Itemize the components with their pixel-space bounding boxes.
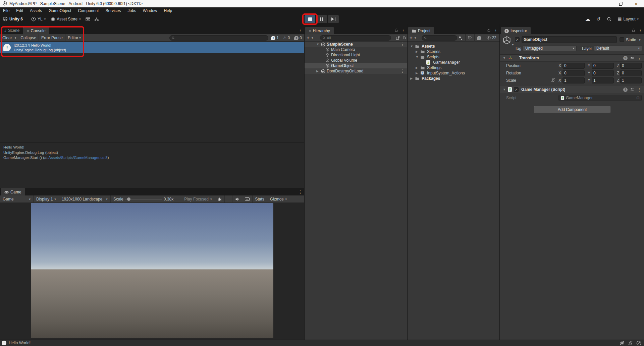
menu-gameobject[interactable]: GameObject bbox=[45, 7, 74, 14]
layer-dropdown[interactable]: Default ▾ bbox=[594, 45, 642, 51]
expander-icon[interactable]: ▼ bbox=[503, 56, 506, 60]
expander-icon[interactable]: ▶ bbox=[410, 77, 413, 80]
scale-slider-knob[interactable] bbox=[127, 197, 130, 201]
mute-audio-button[interactable] bbox=[232, 195, 242, 203]
step-button[interactable] bbox=[328, 15, 339, 23]
minimize-button[interactable] bbox=[598, 0, 613, 7]
project-create-dropdown[interactable]: ▾ bbox=[413, 34, 418, 42]
gizmos-dropdown[interactable]: Gizmos ▾ bbox=[267, 195, 289, 203]
undo-history-button[interactable]: ↺ bbox=[594, 15, 603, 23]
expander-icon[interactable]: ▶ bbox=[416, 66, 418, 69]
lock-icon[interactable] bbox=[632, 28, 635, 32]
hierarchy-row-gameobject[interactable]: GameObject bbox=[305, 63, 407, 68]
sort-icon[interactable] bbox=[402, 36, 406, 40]
tab-inspector[interactable]: ! Inspector bbox=[501, 27, 531, 34]
component-menu-button[interactable]: ⋮ bbox=[637, 87, 642, 92]
project-row-scripts[interactable]: ▼ Scripts bbox=[408, 54, 499, 60]
project-row-assets[interactable]: ▼ Assets bbox=[408, 44, 499, 49]
expander-icon[interactable]: ▼ bbox=[410, 45, 413, 48]
project-row-gamemanager[interactable]: # GameManager bbox=[408, 60, 499, 65]
stacktrace-link[interactable]: Assets/Scripts/GameManager.cs:8 bbox=[48, 156, 107, 160]
rotation-x-input[interactable] bbox=[564, 71, 583, 75]
scene-menu-button[interactable]: ⋮ bbox=[400, 42, 405, 47]
scale-x-input[interactable] bbox=[564, 78, 583, 83]
global-search-button[interactable] bbox=[605, 15, 613, 23]
menu-services[interactable]: Services bbox=[102, 7, 124, 14]
hierarchy-menu-button[interactable]: ⋮ bbox=[401, 28, 406, 33]
cloud-button[interactable]: ☁ bbox=[583, 15, 592, 23]
lock-icon[interactable] bbox=[487, 28, 491, 32]
project-row-inputsystem-actions[interactable]: ▶ InputSystem_Actions bbox=[408, 70, 499, 76]
error-count-toggle[interactable]: ! 0 bbox=[292, 34, 304, 42]
hierarchy-create-button[interactable]: + bbox=[305, 34, 310, 42]
rotation-y-input[interactable] bbox=[593, 71, 612, 75]
game-menu-button[interactable]: ⋮ bbox=[298, 189, 303, 194]
stop-button[interactable] bbox=[305, 15, 315, 23]
close-button[interactable]: × bbox=[629, 0, 644, 7]
onscreen-keyboard-button[interactable] bbox=[242, 195, 253, 203]
expander-icon[interactable]: ▼ bbox=[503, 88, 506, 91]
hierarchy-row-directional-light[interactable]: Directional Light bbox=[305, 52, 407, 58]
project-search-input[interactable] bbox=[428, 36, 455, 40]
menu-window[interactable]: Window bbox=[140, 7, 161, 14]
tab-game[interactable]: Game bbox=[1, 188, 25, 195]
resolution-dropdown[interactable]: 1920x1080 Landscape ▾ bbox=[59, 195, 111, 203]
status-message[interactable]: Hello World! bbox=[9, 341, 31, 345]
frame-debugger-button[interactable] bbox=[215, 195, 225, 203]
display-dropdown[interactable]: Display 1 ▾ bbox=[34, 195, 59, 203]
clear-dropdown[interactable]: ▾ bbox=[13, 34, 18, 42]
error-pause-button[interactable]: Error Pause bbox=[39, 34, 65, 42]
tag-dropdown[interactable]: Untagged ▾ bbox=[523, 45, 577, 51]
tab-scene[interactable]: # Scene bbox=[1, 27, 23, 34]
console-search-input[interactable] bbox=[176, 36, 266, 40]
position-y-input[interactable] bbox=[593, 63, 612, 68]
hidden-log-button[interactable]: ! bbox=[475, 34, 484, 42]
hierarchy-row-samplescene[interactable]: ▼ SampleScene ⋮ bbox=[305, 42, 407, 47]
play-focused-dropdown[interactable]: Play Focused ▾ bbox=[181, 195, 214, 203]
script-component-header[interactable]: ▼ # ✓ Game Manager (Script) ? ⋮ bbox=[500, 86, 644, 93]
rotation-z-input[interactable] bbox=[622, 71, 640, 75]
tab-console[interactable]: ≡ Console bbox=[23, 27, 49, 34]
search-by-label-button[interactable] bbox=[466, 34, 474, 42]
tab-project[interactable]: Project bbox=[408, 27, 434, 34]
layout-dropdown[interactable]: ▦ Layout ▾ bbox=[615, 16, 641, 21]
menu-jobs[interactable]: Jobs bbox=[124, 7, 139, 14]
link-broken-icon[interactable] bbox=[551, 78, 555, 83]
menu-component[interactable]: Component bbox=[74, 7, 102, 14]
gameobject-icon-large[interactable]: ▾ bbox=[502, 36, 511, 46]
scale-y-input[interactable] bbox=[593, 78, 612, 83]
tab-hierarchy[interactable]: ≡ Hierarchy bbox=[305, 27, 334, 34]
account-dropdown[interactable]: YL ▾ bbox=[29, 14, 48, 24]
unity-version-badge[interactable]: Unity 6 bbox=[0, 14, 25, 24]
add-component-button[interactable]: Add Component bbox=[534, 106, 610, 113]
asset-store-dropdown[interactable]: Asset Store ▾ bbox=[48, 14, 84, 24]
pick-object-icon[interactable] bbox=[396, 36, 400, 40]
lock-icon[interactable] bbox=[394, 28, 398, 32]
hierarchy-row-dontdestroyonload[interactable]: ▶ DontDestroyOnLoad ⋮ bbox=[305, 68, 407, 74]
project-row-scenes[interactable]: ▶ Scenes bbox=[408, 49, 499, 54]
component-menu-button[interactable]: ⋮ bbox=[637, 56, 642, 61]
hierarchy-row-main-camera[interactable]: Main Camera bbox=[305, 47, 407, 52]
scale-z-input[interactable] bbox=[622, 78, 640, 83]
progress-check-icon[interactable] bbox=[636, 341, 641, 346]
menu-assets[interactable]: Assets bbox=[26, 7, 45, 14]
game-view-dropdown[interactable]: Game ▾ bbox=[0, 195, 34, 203]
expander-icon[interactable]: ▶ bbox=[416, 71, 418, 75]
stats-button[interactable]: Stats bbox=[253, 195, 267, 203]
console-menu-button[interactable]: ⋮ bbox=[298, 28, 303, 33]
clear-button[interactable]: Clear bbox=[0, 34, 13, 42]
presets-icon[interactable] bbox=[630, 56, 634, 60]
script-object-field[interactable]: # GameManager ⊙ bbox=[558, 95, 642, 101]
info-count-toggle[interactable]: ! 1 bbox=[269, 34, 281, 42]
restore-button[interactable] bbox=[613, 0, 629, 7]
project-row-settings[interactable]: ▶ Settings bbox=[408, 65, 499, 70]
gameobject-name-input[interactable] bbox=[524, 37, 615, 42]
static-dropdown[interactable]: ▾ bbox=[639, 38, 641, 42]
project-menu-button[interactable]: ⋮ bbox=[493, 28, 498, 33]
scale-slider[interactable] bbox=[125, 199, 162, 199]
menu-help[interactable]: Help bbox=[161, 7, 176, 14]
expander-icon[interactable]: ▶ bbox=[416, 50, 418, 53]
menu-edit[interactable]: Edit bbox=[13, 7, 26, 14]
presets-icon[interactable] bbox=[630, 88, 634, 92]
collapse-button[interactable]: Collapse bbox=[18, 34, 39, 42]
